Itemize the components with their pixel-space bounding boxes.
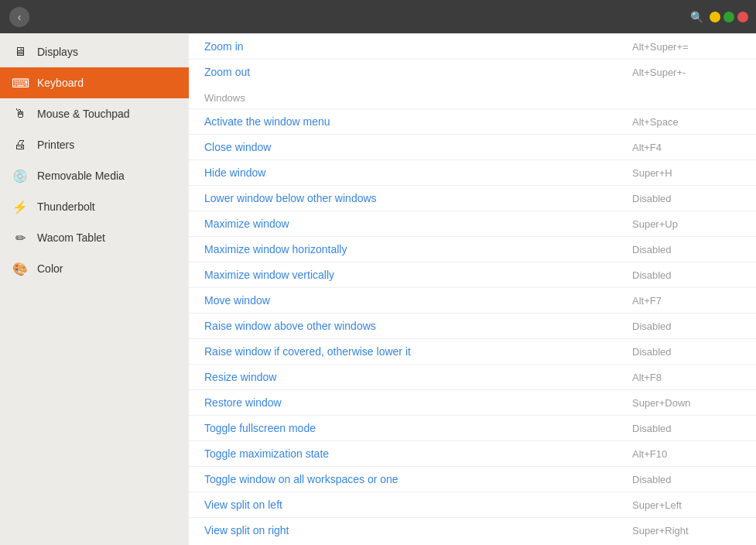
shortcut-name: Close window xyxy=(204,141,632,153)
search-button[interactable]: 🔍 xyxy=(686,7,706,27)
shortcut-key: Disabled xyxy=(632,269,741,281)
shortcut-name: Restore window xyxy=(204,396,632,409)
color-icon: 🎨 xyxy=(12,261,28,276)
shortcut-name: Activate the window menu xyxy=(204,115,632,128)
shortcut-row[interactable]: Raise window if covered, otherwise lower… xyxy=(189,338,756,364)
shortcut-row[interactable]: Maximize window horizontally Disabled xyxy=(189,236,756,262)
sidebar: 🖥 Displays ⌨ Keyboard 🖱 Mouse & Touchpad… xyxy=(0,33,189,545)
shortcut-key: Alt+F7 xyxy=(632,295,741,307)
close-button[interactable] xyxy=(737,12,748,22)
shortcut-name: Maximize window xyxy=(204,218,632,230)
sidebar-label-wacom: Wacom Tablet xyxy=(37,231,105,244)
thunderbolt-icon: ⚡ xyxy=(12,199,28,214)
shortcut-row[interactable]: Activate the window menu Alt+Space xyxy=(189,108,756,134)
titlebar-right: 🔍 xyxy=(686,7,756,27)
shortcut-name: Zoom out xyxy=(204,66,632,78)
shortcut-name: Zoom in xyxy=(204,40,632,53)
sidebar-item-removable[interactable]: 💿 Removable Media xyxy=(0,160,189,191)
shortcut-name: Resize window xyxy=(204,371,632,383)
sidebar-item-mouse[interactable]: 🖱 Mouse & Touchpad xyxy=(0,98,189,129)
shortcut-row[interactable]: Toggle window on all workspaces or one D… xyxy=(189,466,756,492)
main-layout: 🖥 Displays ⌨ Keyboard 🖱 Mouse & Touchpad… xyxy=(0,33,756,545)
sidebar-label-printers: Printers xyxy=(37,139,74,151)
shortcut-row[interactable]: Toggle maximization state Alt+F10 xyxy=(189,440,756,466)
shortcut-key: Disabled xyxy=(632,423,741,434)
shortcut-key: Super+Right xyxy=(632,525,741,536)
sidebar-label-displays: Displays xyxy=(37,46,78,58)
shortcut-row[interactable]: Resize window Alt+F8 xyxy=(189,364,756,389)
shortcut-row[interactable]: Zoom in Alt+Super+= xyxy=(189,33,756,59)
shortcut-row[interactable]: Toggle fullscreen mode Disabled xyxy=(189,415,756,440)
titlebar-left: ‹ xyxy=(0,7,189,27)
minimize-button[interactable] xyxy=(710,12,720,22)
sidebar-item-thunderbolt[interactable]: ⚡ Thunderbolt xyxy=(0,191,189,222)
shortcut-row[interactable]: View split on right Super+Right xyxy=(189,517,756,543)
sidebar-item-displays[interactable]: 🖥 Displays xyxy=(0,36,189,67)
shortcut-key: Disabled xyxy=(632,193,741,204)
shortcut-row[interactable]: Move window Alt+F7 xyxy=(189,287,756,313)
sidebar-label-mouse: Mouse & Touchpad xyxy=(37,108,130,120)
back-button[interactable]: ‹ xyxy=(9,7,29,27)
sidebar-label-thunderbolt: Thunderbolt xyxy=(37,201,95,213)
shortcut-key: Alt+Super+= xyxy=(632,41,741,53)
sidebar-label-keyboard: Keyboard xyxy=(37,77,84,89)
shortcut-name: View split on right xyxy=(204,524,632,536)
sidebar-label-color: Color xyxy=(37,262,63,275)
shortcut-key: Super+Up xyxy=(632,218,741,230)
shortcut-name: Hide window xyxy=(204,166,632,179)
shortcut-key: Super+H xyxy=(632,167,741,179)
section-header-1: Windows xyxy=(189,84,756,108)
shortcut-row[interactable]: Maximize window Super+Up xyxy=(189,211,756,236)
shortcut-name: Toggle fullscreen mode xyxy=(204,422,632,434)
shortcut-key: Alt+F4 xyxy=(632,142,741,153)
shortcut-key: Alt+F8 xyxy=(632,372,741,383)
sidebar-item-printers[interactable]: 🖨 Printers xyxy=(0,129,189,160)
displays-icon: 🖥 xyxy=(12,44,28,60)
maximize-button[interactable] xyxy=(724,12,734,22)
shortcut-name: Lower window below other windows xyxy=(204,192,632,204)
shortcut-name: View split on left xyxy=(204,499,632,511)
wacom-icon: ✏ xyxy=(12,230,28,245)
shortcut-name: Toggle window on all workspaces or one xyxy=(204,473,632,485)
keyboard-icon: ⌨ xyxy=(12,75,28,91)
shortcut-row[interactable]: Zoom out Alt+Super+- xyxy=(189,59,756,84)
shortcut-row[interactable]: Hide window Super+H xyxy=(189,159,756,185)
shortcut-key: Disabled xyxy=(632,474,741,485)
shortcut-key: Alt+Super+- xyxy=(632,67,741,78)
shortcut-key: Disabled xyxy=(632,320,741,332)
titlebar: ‹ 🔍 xyxy=(0,0,756,33)
shortcut-row[interactable]: Raise window above other windows Disable… xyxy=(189,313,756,338)
shortcut-row[interactable]: Lower window below other windows Disable… xyxy=(189,185,756,211)
shortcut-row[interactable]: Maximize window vertically Disabled xyxy=(189,262,756,287)
shortcut-name: Move window xyxy=(204,294,632,307)
sidebar-item-keyboard[interactable]: ⌨ Keyboard xyxy=(0,67,189,98)
shortcut-key: Disabled xyxy=(632,244,741,255)
shortcut-name: Maximize window vertically xyxy=(204,269,632,281)
sidebar-item-color[interactable]: 🎨 Color xyxy=(0,253,189,284)
removable-icon: 💿 xyxy=(12,168,28,183)
shortcut-name: Raise window above other windows xyxy=(204,320,632,332)
shortcut-name: Maximize window horizontally xyxy=(204,243,632,255)
shortcut-key: Disabled xyxy=(632,346,741,358)
shortcut-row[interactable]: View split on left Super+Left xyxy=(189,492,756,517)
shortcut-row[interactable]: Restore window Super+Down xyxy=(189,389,756,415)
shortcut-key: Super+Left xyxy=(632,499,741,511)
shortcut-key: Alt+Space xyxy=(632,116,741,128)
sidebar-label-removable: Removable Media xyxy=(37,170,125,182)
sidebar-item-wacom[interactable]: ✏ Wacom Tablet xyxy=(0,222,189,253)
shortcut-name: Raise window if covered, otherwise lower… xyxy=(204,345,632,358)
shortcut-key: Super+Down xyxy=(632,397,741,409)
shortcut-name: Toggle maximization state xyxy=(204,447,632,460)
mouse-icon: 🖱 xyxy=(12,106,28,122)
shortcut-row[interactable]: Close window Alt+F4 xyxy=(189,134,756,159)
shortcut-key: Alt+F10 xyxy=(632,448,741,460)
printers-icon: 🖨 xyxy=(12,137,28,153)
content-area: Zoom in Alt+Super+= Zoom out Alt+Super+-… xyxy=(189,33,756,545)
